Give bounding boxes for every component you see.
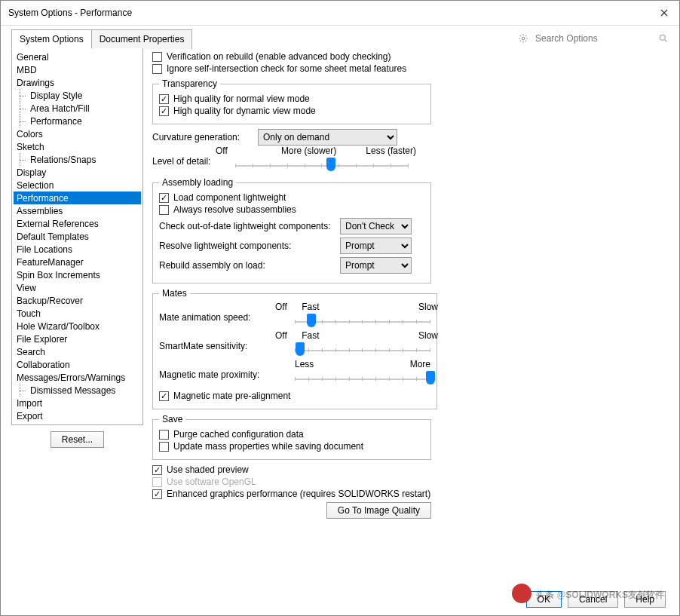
- sidebar-item-assemblies[interactable]: Assemblies: [14, 204, 141, 217]
- sidebar-item-external-references[interactable]: External References: [14, 217, 141, 230]
- mag-less: Less: [295, 359, 314, 369]
- ok-button[interactable]: OK: [526, 591, 562, 608]
- ignore-self-intersect-checkbox[interactable]: [152, 64, 162, 74]
- sidebar-item-default-templates[interactable]: Default Templates: [14, 230, 141, 243]
- assembly-loading-legend: Assembly loading: [159, 177, 236, 188]
- sidebar-item-view[interactable]: View: [14, 281, 141, 294]
- save-group: Save Purge cached configuration data Upd…: [152, 414, 431, 460]
- sidebar-item-performance[interactable]: Performance: [14, 115, 141, 127]
- sidebar-item-display[interactable]: Display: [14, 166, 141, 179]
- transparency-legend: Transparency: [159, 78, 220, 89]
- hq-normal-checkbox[interactable]: [159, 94, 169, 104]
- lod-label: Level of detail:: [152, 156, 228, 171]
- always-resolve-checkbox[interactable]: [159, 205, 169, 215]
- curvature-select[interactable]: Only on demand: [258, 129, 397, 146]
- mates-legend: Mates: [159, 288, 190, 299]
- lod-slider[interactable]: OffMore (slower)Less (faster): [235, 149, 409, 171]
- sidebar-item-backup-recover[interactable]: Backup/Recover: [14, 294, 141, 307]
- mates-group: Mates Mate animation speed: OffFastSlow …: [152, 288, 437, 409]
- mate-anim-slider[interactable]: OffFastSlow: [295, 305, 430, 327]
- sidebar-item-featuremanager[interactable]: FeatureManager: [14, 256, 141, 268]
- help-button[interactable]: Help: [624, 591, 666, 608]
- opengl-label: Use software OpenGL: [167, 477, 256, 487]
- smart-thumb[interactable]: [296, 342, 305, 356]
- rebuild-label: Rebuild assembly on load:: [159, 260, 332, 271]
- magnetic-slider[interactable]: LessMore: [295, 362, 430, 385]
- close-icon: [660, 9, 668, 17]
- sidebar-item-hole-wizard-toolbox[interactable]: Hole Wizard/Toolbox: [14, 320, 141, 333]
- rebuild-select[interactable]: Prompt: [340, 257, 412, 274]
- svg-point-0: [522, 37, 525, 40]
- load-lightweight-label: Load component lightweight: [173, 192, 286, 203]
- tab-document-properties[interactable]: Document Properties: [91, 29, 193, 49]
- sidebar-item-file-locations[interactable]: File Locations: [14, 243, 141, 256]
- anim-fast: Fast: [302, 302, 319, 312]
- anim-slow: Slow: [418, 302, 438, 312]
- hq-normal-label: High quality for normal view mode: [173, 93, 310, 104]
- sidebar: GeneralMBDDrawingsDisplay StyleArea Hatc…: [11, 48, 143, 425]
- sidebar-item-mbd[interactable]: MBD: [14, 63, 141, 76]
- sidebar-item-relations-snaps[interactable]: Relations/Snaps: [14, 153, 141, 166]
- anim-off: Off: [275, 302, 287, 312]
- lod-thumb[interactable]: [326, 158, 335, 171]
- sidebar-item-messages-errors-warnings[interactable]: Messages/Errors/Warnings: [14, 371, 141, 384]
- sidebar-item-drawings[interactable]: Drawings: [14, 76, 141, 89]
- transparency-group: Transparency High quality for normal vie…: [152, 78, 431, 124]
- save-legend: Save: [159, 414, 185, 424]
- search-icon: [658, 33, 669, 44]
- sidebar-item-spin-box-increments[interactable]: Spin Box Increments: [14, 268, 141, 281]
- gear-icon: [518, 33, 528, 44]
- tab-system-options[interactable]: System Options: [11, 29, 92, 49]
- cancel-button[interactable]: Cancel: [568, 591, 618, 608]
- sidebar-item-area-hatch-fill[interactable]: Area Hatch/Fill: [14, 102, 141, 115]
- check-ood-select[interactable]: Don't Check: [340, 218, 412, 234]
- hq-dynamic-label: High quality for dynamic view mode: [173, 106, 316, 116]
- smart-slow: Slow: [418, 330, 438, 341]
- sidebar-item-general[interactable]: General: [14, 51, 141, 63]
- check-ood-label: Check out-of-date lightweight components…: [159, 221, 332, 231]
- sidebar-item-selection[interactable]: Selection: [14, 179, 141, 192]
- purge-label: Purge cached configuration data: [173, 429, 304, 440]
- shaded-preview-checkbox[interactable]: [152, 465, 162, 475]
- load-lightweight-checkbox[interactable]: [159, 193, 169, 203]
- sidebar-item-export[interactable]: Export: [14, 409, 141, 422]
- sidebar-item-collaboration[interactable]: Collaboration: [14, 358, 141, 371]
- sidebar-item-import[interactable]: Import: [14, 397, 141, 409]
- anim-thumb[interactable]: [307, 314, 316, 327]
- sidebar-item-touch[interactable]: Touch: [14, 307, 141, 320]
- resolve-lw-select[interactable]: Prompt: [340, 238, 412, 254]
- opengl-checkbox: [152, 477, 162, 487]
- sidebar-item-display-style[interactable]: Display Style: [14, 89, 141, 102]
- svg-point-1: [660, 35, 665, 40]
- sidebar-item-search[interactable]: Search: [14, 345, 141, 358]
- magnetic-prealign-checkbox[interactable]: [159, 391, 169, 401]
- sidebar-item-colors[interactable]: Colors: [14, 127, 141, 140]
- smart-fast: Fast: [302, 330, 319, 341]
- enhanced-gfx-checkbox[interactable]: [152, 489, 162, 499]
- sidebar-item-dismissed-messages[interactable]: Dismissed Messages: [14, 384, 141, 397]
- smartmate-label: SmartMate sensitivity:: [159, 341, 287, 356]
- mate-anim-label: Mate animation speed:: [159, 312, 287, 327]
- verify-rebuild-checkbox[interactable]: [152, 52, 162, 62]
- resolve-lw-label: Resolve lightweight components:: [159, 241, 332, 251]
- mag-more: More: [410, 359, 430, 369]
- reset-button[interactable]: Reset...: [51, 431, 104, 448]
- lod-more-label: More (slower): [281, 146, 336, 156]
- sidebar-item-sketch[interactable]: Sketch: [14, 140, 141, 153]
- verify-rebuild-label: Verification on rebuild (enable advanced…: [167, 51, 391, 62]
- close-button[interactable]: [657, 5, 672, 20]
- sidebar-item-performance[interactable]: Performance: [14, 192, 141, 204]
- smartmate-slider[interactable]: OffFastSlow: [295, 333, 430, 356]
- magnetic-prealign-label: Magnetic mate pre-alignment: [173, 391, 290, 401]
- goto-image-quality-button[interactable]: Go To Image Quality: [326, 502, 431, 519]
- sidebar-item-file-explorer[interactable]: File Explorer: [14, 333, 141, 345]
- smart-off: Off: [275, 330, 287, 341]
- update-mass-label: Update mass properties while saving docu…: [173, 441, 363, 452]
- update-mass-checkbox[interactable]: [159, 442, 169, 452]
- purge-checkbox[interactable]: [159, 430, 169, 440]
- search-box[interactable]: [518, 31, 669, 46]
- search-input[interactable]: [533, 31, 654, 46]
- hq-dynamic-checkbox[interactable]: [159, 106, 169, 116]
- shaded-preview-label: Use shaded preview: [167, 464, 249, 475]
- mag-thumb[interactable]: [426, 371, 435, 385]
